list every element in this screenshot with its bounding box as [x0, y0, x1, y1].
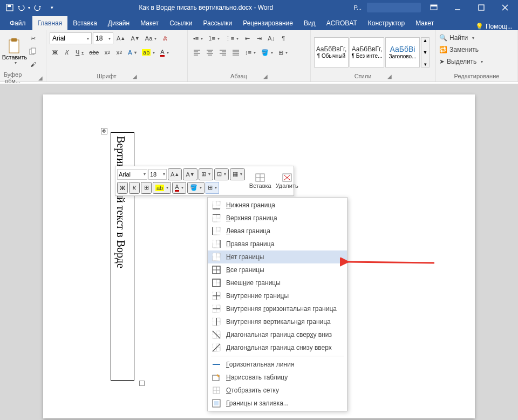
- paragraph-dialog-launcher[interactable]: ◢: [263, 73, 268, 79]
- qat-customize[interactable]: ▾: [45, 1, 58, 14]
- save-button[interactable]: [3, 1, 16, 14]
- tab-ссылки[interactable]: Ссылки: [164, 16, 197, 30]
- underline-button[interactable]: Ч▾: [73, 46, 86, 58]
- copy-button[interactable]: [27, 45, 39, 57]
- mini-insert[interactable]: Вставка: [247, 168, 274, 194]
- align-left-button[interactable]: [191, 46, 203, 58]
- border-menu-none[interactable]: Нет границы: [208, 250, 347, 263]
- bullets-button[interactable]: •≡▾: [191, 32, 205, 44]
- align-right-button[interactable]: [217, 46, 229, 58]
- style-heading1[interactable]: АаБбВіЗаголово...: [385, 37, 420, 67]
- numbering-button[interactable]: 1≡▾: [206, 32, 222, 44]
- font-size-combo[interactable]: 18▾: [93, 32, 113, 44]
- sort-button[interactable]: A↓: [265, 32, 277, 44]
- font-color-button[interactable]: A▾: [158, 46, 171, 58]
- border-menu-draw[interactable]: Нарисовать таблицу: [208, 371, 347, 384]
- shading-button[interactable]: 🪣▾: [259, 46, 275, 58]
- replace-button[interactable]: 🔁Заменить: [439, 44, 479, 55]
- mini-highlight[interactable]: ab▾: [153, 182, 171, 194]
- mini-size-combo[interactable]: 18▾: [148, 169, 167, 180]
- select-button[interactable]: ➤Выделить▾: [439, 56, 483, 67]
- superscript-button[interactable]: x2: [114, 46, 125, 58]
- tab-дизайн[interactable]: Дизайн: [103, 16, 135, 30]
- mini-cell-align[interactable]: ⊞▾: [199, 168, 213, 180]
- italic-button[interactable]: К: [62, 46, 72, 58]
- paste-button[interactable]: Вставить ▾: [3, 35, 26, 67]
- border-menu-diagUp[interactable]: Диагональная граница снизу вверх: [208, 341, 347, 354]
- minimize-button[interactable]: [447, 0, 468, 15]
- strike-button[interactable]: abc: [87, 46, 101, 58]
- mini-autofit[interactable]: ⊡▾: [214, 168, 229, 180]
- maximize-button[interactable]: [471, 0, 492, 15]
- borders-button[interactable]: ⊞▾: [276, 46, 290, 58]
- subscript-button[interactable]: x2: [102, 46, 113, 58]
- highlight-button[interactable]: ab▾: [140, 46, 157, 58]
- border-menu-innerV[interactable]: Внутренняя вертикальная граница: [208, 315, 347, 328]
- file-tab[interactable]: Файл: [3, 16, 32, 30]
- tab-acrobat[interactable]: ACROBAT: [321, 16, 363, 30]
- font-dialog-launcher[interactable]: ◢: [133, 73, 137, 79]
- tab-главная[interactable]: Главная: [32, 16, 68, 30]
- change-case-button[interactable]: Aa▾: [143, 32, 159, 44]
- clear-format-button[interactable]: A̷: [160, 32, 171, 44]
- redo-button[interactable]: [31, 1, 44, 14]
- border-menu-hline[interactable]: Горизонтальная линия: [208, 358, 347, 371]
- clipboard-dialog-launcher[interactable]: ◢: [38, 75, 43, 81]
- line-spacing-button[interactable]: ↕≡▾: [243, 46, 258, 58]
- multilevel-button[interactable]: ⋮≡▾: [223, 32, 241, 44]
- tab-рассылки[interactable]: Рассылки: [197, 16, 237, 30]
- tab-рецензирование[interactable]: Рецензирование: [237, 16, 298, 30]
- justify-button[interactable]: [230, 46, 242, 58]
- table-resize-handle[interactable]: [139, 381, 145, 386]
- styles-gallery-scroll[interactable]: ▲▼▾: [421, 37, 430, 67]
- format-painter-button[interactable]: 🖌: [28, 58, 38, 70]
- border-menu-diagDown[interactable]: Диагональная граница сверху вниз: [208, 328, 347, 341]
- text-effects-button[interactable]: A▾: [126, 46, 139, 58]
- tab-макет[interactable]: Макет: [410, 16, 439, 30]
- undo-button[interactable]: ▾: [17, 1, 30, 14]
- tell-me[interactable]: 💡 Помощ...: [470, 23, 518, 30]
- bold-button[interactable]: Ж: [50, 46, 60, 58]
- mini-bold[interactable]: Ж: [117, 182, 128, 194]
- mini-shading[interactable]: 🪣▾: [187, 182, 205, 194]
- mini-cell-margins[interactable]: ⊞: [141, 182, 152, 194]
- mini-borders[interactable]: ⊞▾: [206, 182, 219, 194]
- border-menu-innerH[interactable]: Внутренняя горизонтальная граница: [208, 302, 347, 315]
- border-menu-all[interactable]: Все границы: [208, 263, 347, 276]
- mini-grow-font[interactable]: A▲: [168, 168, 182, 180]
- group-font: Arial▾ 18▾ A▲ A▼ Aa▾ A̷ Ж К Ч▾ abc x2 x2…: [46, 30, 188, 82]
- border-menu-bottom[interactable]: Нижняя граница: [208, 199, 347, 212]
- tab-вид[interactable]: Вид: [298, 16, 321, 30]
- border-menu-left[interactable]: Левая граница: [208, 225, 347, 238]
- mini-font-combo[interactable]: Arial▾: [117, 169, 147, 180]
- cut-button[interactable]: ✂: [28, 32, 38, 44]
- border-menu-inner[interactable]: Внутренние границы: [208, 289, 347, 302]
- table-move-handle[interactable]: ✥: [101, 128, 107, 134]
- grow-font-button[interactable]: A▲: [114, 32, 127, 44]
- border-menu-outer[interactable]: Внешние границы: [208, 276, 347, 289]
- tab-макет[interactable]: Макет: [135, 16, 164, 30]
- mini-italic[interactable]: К: [129, 182, 140, 194]
- border-menu-dialog[interactable]: Границы и заливка...: [208, 397, 347, 410]
- increase-indent-button[interactable]: ⇥: [254, 32, 264, 44]
- mini-shrink-font[interactable]: A▼: [183, 168, 197, 180]
- style-nospacing[interactable]: АаБбВвГг,¶ Без инте...: [350, 37, 384, 67]
- ribbon-display-button[interactable]: [423, 0, 445, 15]
- border-menu-top[interactable]: Верхняя граница: [208, 212, 347, 225]
- decrease-indent-button[interactable]: ⇤: [242, 32, 253, 44]
- close-button[interactable]: [494, 0, 516, 15]
- shrink-font-button[interactable]: A▼: [128, 32, 141, 44]
- mini-styles[interactable]: ▦▾: [230, 168, 245, 180]
- find-button[interactable]: 🔍Найти▾: [439, 32, 474, 43]
- tab-вставка[interactable]: Вставка: [67, 16, 103, 30]
- mini-delete[interactable]: Удалить: [274, 168, 301, 194]
- align-center-button[interactable]: [204, 46, 216, 58]
- border-menu-right[interactable]: Правая граница: [208, 238, 347, 250]
- border-menu-grid[interactable]: Отобразить сетку: [208, 384, 347, 397]
- tab-конструктор[interactable]: Конструктор: [363, 16, 410, 30]
- show-marks-button[interactable]: ¶: [278, 32, 289, 44]
- mini-font-color[interactable]: A▾: [172, 182, 186, 194]
- style-normal[interactable]: АаБбВвГг,¶ Обычный: [314, 37, 349, 67]
- styles-dialog-launcher[interactable]: ◢: [387, 73, 392, 79]
- font-name-combo[interactable]: Arial▾: [50, 32, 92, 44]
